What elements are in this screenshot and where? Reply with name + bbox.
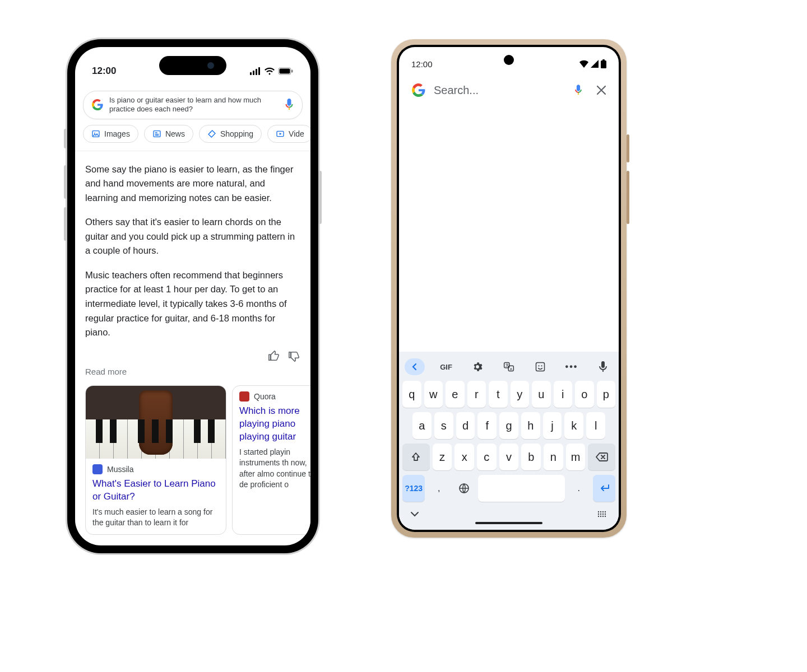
sticker-icon[interactable] (530, 358, 550, 375)
gif-button[interactable]: GIF (436, 358, 456, 375)
enter-key[interactable] (593, 475, 615, 502)
key-w[interactable]: w (424, 381, 443, 408)
chip-images[interactable]: Images (83, 125, 138, 143)
key-x[interactable]: x (454, 444, 474, 470)
backspace-key[interactable] (588, 444, 615, 470)
key-c[interactable]: c (477, 444, 497, 470)
key-l[interactable]: l (586, 412, 605, 439)
result-cards: Mussila What's Easier to Learn Piano or … (75, 385, 310, 535)
mic-key-icon[interactable] (593, 358, 613, 375)
dynamic-island (159, 56, 226, 75)
svg-rect-16 (602, 59, 605, 61)
key-p[interactable]: p (597, 381, 616, 408)
search-bar[interactable]: Is piano or guitar easier to learn and h… (83, 91, 303, 119)
key-k[interactable]: k (564, 412, 583, 439)
mic-icon[interactable] (574, 84, 583, 96)
chip-shopping[interactable]: Shopping (199, 125, 262, 143)
period-key[interactable]: . (568, 475, 590, 502)
card-snippet: It's much easier to learn a song for the… (86, 507, 226, 534)
shopping-icon (207, 129, 216, 138)
key-j[interactable]: j (543, 412, 562, 439)
answer-block: Some say the piano is easier to learn, a… (75, 151, 310, 340)
empty-results-area (399, 103, 619, 352)
svg-point-31 (600, 514, 601, 515)
key-i[interactable]: i (554, 381, 573, 408)
emoji-key[interactable]: , (428, 475, 450, 502)
keyboard: GIF 文A ••• q w e r t y u i o (399, 352, 619, 530)
card-source: Mussila (107, 465, 133, 474)
keyboard-collapse-icon[interactable] (405, 358, 425, 375)
key-v[interactable]: v (499, 444, 519, 470)
videos-icon (276, 129, 285, 138)
keyboard-row-4: ?123 , . (402, 475, 615, 502)
svg-rect-24 (601, 361, 605, 368)
keyboard-row-2: a s d f g h j k l (402, 412, 615, 439)
wifi-icon (265, 67, 275, 75)
status-time: 12:00 (411, 59, 433, 69)
feedback-row (75, 350, 310, 367)
card-source: Quora (254, 392, 276, 401)
svg-rect-1 (253, 71, 254, 75)
key-f[interactable]: f (477, 412, 497, 439)
thumbs-down-icon[interactable] (288, 350, 300, 362)
search-bar[interactable]: Search... (399, 77, 619, 103)
svg-text:文: 文 (505, 363, 509, 367)
shift-key[interactable] (402, 444, 430, 470)
svg-point-29 (605, 511, 606, 512)
more-icon[interactable]: ••• (562, 358, 582, 375)
google-logo-icon (411, 83, 426, 97)
read-more-link[interactable]: Read more (75, 367, 310, 385)
svg-point-36 (602, 516, 604, 517)
source-favicon (92, 464, 103, 474)
close-icon[interactable] (596, 85, 606, 95)
chip-news[interactable]: News (144, 125, 193, 143)
key-m[interactable]: m (566, 444, 586, 470)
key-t[interactable]: t (489, 381, 508, 408)
svg-rect-3 (258, 67, 260, 75)
thumbs-up-icon[interactable] (268, 350, 280, 362)
svg-point-23 (541, 365, 542, 366)
key-r[interactable]: r (467, 381, 486, 408)
key-h[interactable]: h (521, 412, 540, 439)
key-s[interactable]: s (434, 412, 453, 439)
keyboard-row-3: z x c v b n m (402, 444, 615, 470)
space-key[interactable] (478, 475, 565, 502)
chip-label: Vide (289, 129, 304, 138)
translate-icon[interactable]: 文A (499, 358, 519, 375)
card-title: Which is more playing piano playing guit… (233, 405, 310, 447)
result-card[interactable]: Quora Which is more playing piano playin… (232, 385, 310, 535)
key-e[interactable]: e (446, 381, 465, 408)
settings-icon[interactable] (467, 358, 488, 375)
news-icon (152, 129, 161, 138)
key-o[interactable]: o (575, 381, 594, 408)
chip-videos[interactable]: Vide (267, 125, 310, 143)
language-key[interactable] (453, 475, 475, 502)
symbols-key[interactable]: ?123 (402, 475, 425, 502)
status-time: 12:00 (92, 66, 116, 77)
mic-icon[interactable] (284, 99, 294, 111)
gesture-handle[interactable] (475, 522, 542, 524)
cellular-icon (250, 67, 261, 75)
key-d[interactable]: d (456, 412, 475, 439)
key-b[interactable]: b (521, 444, 541, 470)
result-card[interactable]: Mussila What's Easier to Learn Piano or … (85, 385, 226, 535)
answer-paragraph: Others say that it's easier to learn cho… (85, 215, 300, 258)
svg-point-26 (598, 511, 599, 512)
key-g[interactable]: g (499, 412, 518, 439)
chip-label: Images (104, 129, 130, 138)
svg-point-28 (602, 511, 604, 512)
key-a[interactable]: a (412, 412, 432, 439)
key-q[interactable]: q (402, 381, 421, 408)
images-icon (91, 129, 100, 138)
keyboard-grid-icon[interactable] (597, 511, 607, 517)
key-u[interactable]: u (532, 381, 551, 408)
keyboard-hide-icon[interactable] (410, 511, 419, 517)
svg-text:A: A (510, 367, 513, 371)
key-z[interactable]: z (433, 444, 452, 470)
battery-icon (278, 67, 294, 75)
svg-rect-21 (536, 363, 545, 371)
key-n[interactable]: n (544, 444, 563, 470)
svg-point-30 (598, 514, 599, 515)
key-y[interactable]: y (511, 381, 530, 408)
chip-label: News (165, 129, 185, 138)
